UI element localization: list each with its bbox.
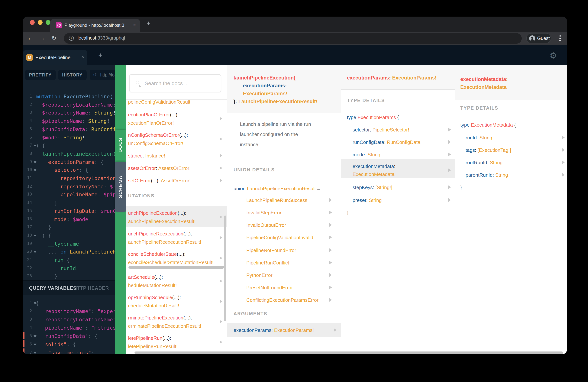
field-row[interactable]: rootRunId: String: [465, 159, 503, 167]
field-row[interactable]: executionMetadata:: [353, 162, 395, 170]
field-row[interactable]: stepKeys: [String!]: [353, 184, 392, 191]
traffic-minimize-icon[interactable]: [38, 20, 42, 25]
code-line[interactable]: 18 ) {: [23, 231, 115, 240]
field-row[interactable]: preset: String: [353, 196, 382, 204]
chevron-right-icon: [329, 248, 334, 252]
type-close-brace: }: [460, 184, 462, 191]
doc-item[interactable]: ssetsOrError: AssetsOrError!: [128, 164, 222, 172]
docs-horizontal-scrollbar[interactable]: [134, 352, 563, 354]
code-line[interactable]: 14 }: [23, 198, 115, 207]
union-member[interactable]: ConflictingExecutionParamsError: [246, 296, 318, 304]
horizontal-scrollbar[interactable]: [128, 266, 224, 269]
url-bar[interactable]: i localhost:3333/graphql: [64, 33, 522, 44]
new-tab-button[interactable]: +: [147, 20, 150, 27]
union-member[interactable]: InvalidStepError: [246, 209, 281, 217]
doc-item[interactable]: opRunningSchedule(...):cheduleMutationRe…: [128, 294, 222, 310]
code-line[interactable]: 5 $runConfigData: RunConfigData!: [23, 125, 115, 133]
field-row[interactable]: parentRunId: String: [465, 171, 508, 179]
mutation-badge: M: [26, 54, 33, 61]
field-row[interactable]: tags: [ExecutionTag!]: [465, 146, 511, 154]
code-line[interactable]: 3 "repositoryLocationName": [23, 315, 115, 324]
code-line[interactable]: 4 $pipelineName: String!: [23, 117, 115, 125]
code-line[interactable]: 1{: [23, 299, 115, 307]
selected-argument-row[interactable]: executionParams: ExecutionParams!: [227, 323, 341, 337]
union-member[interactable]: InvalidOutputError: [246, 221, 286, 229]
doc-item[interactable]: pelineConfigValidationResult!: [128, 98, 222, 106]
tab-schema[interactable]: SCHEMA: [115, 162, 126, 212]
tab-http-headers[interactable]: HTTP HEADER: [73, 286, 109, 291]
code-line[interactable]: 9 executionParams: {: [23, 158, 115, 166]
browser-tab[interactable]: Playground - http://localhost:3 ×: [50, 19, 140, 32]
code-line[interactable]: 8 launchPipelineExecution(: [23, 149, 115, 158]
history-button[interactable]: HISTORY: [58, 70, 87, 80]
code-line[interactable]: 21 run {: [23, 256, 115, 264]
code-line[interactable]: 22 runId: [23, 264, 115, 272]
doc-item[interactable]: ecutionPlanOrError(...):xecutionPlanOrEr…: [128, 111, 222, 127]
code-line[interactable]: 12 repositoryName: $repositoryName: [23, 182, 115, 191]
site-info-icon[interactable]: i: [69, 36, 74, 41]
code-line[interactable]: 7 "save_metrics": {: [23, 348, 115, 354]
vertical-scrollbar[interactable]: [224, 215, 226, 321]
code-line[interactable]: 17 }: [23, 223, 115, 231]
field-row[interactable]: runId: String: [465, 134, 492, 142]
docs-column-executionmetadata: executionMetadata:ExecutionMetadata TYPE…: [455, 65, 567, 354]
union-member[interactable]: PipelineConfigValidationInvalid: [246, 233, 313, 241]
doc-item[interactable]: unchPipelineReexecution(...):aunchPipeli…: [128, 230, 222, 246]
union-member[interactable]: LaunchPipelineRunSuccess: [246, 196, 307, 204]
code-line[interactable]: 3 $repositoryName: String!: [23, 109, 115, 117]
field-row[interactable]: ExecutionMetadata: [353, 170, 395, 178]
doc-item[interactable]: setOrError(...): AssetOrError!: [128, 177, 222, 185]
endpoint-reload-icon[interactable]: ↺: [93, 70, 97, 80]
profile-button[interactable]: Guest: [526, 33, 551, 43]
url-text[interactable]: localhost:3333/graphql: [78, 35, 125, 41]
doc-item[interactable]: letePipelineRun(...):letePipelineRunResu…: [128, 334, 222, 350]
chevron-right-icon: [329, 286, 334, 289]
playground-new-tab-button[interactable]: +: [98, 51, 103, 60]
field-row[interactable]: runConfigData: RunConfigData: [353, 138, 420, 146]
playground-tab-executepipeline[interactable]: M ExecutePipeline ×: [23, 50, 87, 65]
traffic-zoom-icon[interactable]: [45, 20, 50, 25]
code-line[interactable]: 6 "solids": {: [23, 340, 115, 348]
code-line[interactable]: 16 mode: $mode: [23, 215, 115, 223]
union-member[interactable]: PresetNotFoundError: [246, 284, 293, 292]
union-member[interactable]: PipelineNotFoundError: [246, 246, 296, 254]
endpoint-input[interactable]: ↺ http://loc: [90, 70, 115, 80]
code-line[interactable]: 4 "pipelineName": "metrics: [23, 324, 115, 332]
code-line[interactable]: 5 "runConfigData": {: [23, 332, 115, 340]
doc-item[interactable]: artSchedule(...):heduleMutationResult!: [128, 273, 222, 289]
doc-item[interactable]: concileSchedulerState(...):econcileSched…: [128, 250, 222, 266]
code-line[interactable]: 2 $repositoryLocationName:: [23, 100, 115, 109]
settings-gear-icon[interactable]: ⚙: [549, 51, 557, 60]
code-line[interactable]: 13 pipelineName: $pipelineName: [23, 191, 115, 199]
code-line[interactable]: 23 }: [23, 272, 115, 280]
chevron-right-icon: [220, 299, 224, 303]
browser-menu-icon[interactable]: [559, 34, 561, 42]
docs-search-input[interactable]: Search the docs ...: [129, 74, 221, 92]
union-member[interactable]: PythonError: [246, 271, 273, 279]
code-line[interactable]: 11 repositoryLocationName: $repositoryLo…: [23, 174, 115, 182]
tab-close-icon[interactable]: ×: [133, 22, 136, 28]
code-line[interactable]: 6 $mode: String!: [23, 133, 115, 142]
tab-docs[interactable]: DOCS: [115, 130, 126, 160]
prettify-button[interactable]: PRETTIFY: [25, 70, 56, 80]
reload-icon[interactable]: ↻: [52, 35, 56, 42]
field-row[interactable]: selector: PipelineSelector!: [353, 126, 409, 134]
back-icon[interactable]: ←: [27, 35, 33, 41]
code-line[interactable]: 10 selector: {: [23, 166, 115, 174]
code-line[interactable]: 20 ... on LaunchPipelineRunSuccess {: [23, 248, 115, 256]
code-line[interactable]: 7) {: [23, 141, 115, 149]
field-row[interactable]: mode: String: [353, 151, 380, 159]
union-member[interactable]: PipelineRunConflict: [246, 259, 289, 267]
playground-tab-close-icon[interactable]: ×: [81, 54, 84, 60]
code-line[interactable]: 19 __typename: [23, 239, 115, 248]
code-line[interactable]: 15 runConfigData: $runConfigData: [23, 207, 115, 215]
tab-query-variables[interactable]: QUERY VARIABLES: [29, 286, 77, 291]
code-line[interactable]: 2 "repositoryName": "exper: [23, 307, 115, 315]
forward-icon[interactable]: →: [40, 35, 45, 41]
doc-item[interactable]: nConfigSchemaOrError(...):unConfigSchema…: [128, 131, 222, 147]
doc-item[interactable]: stance: Instance!: [128, 152, 222, 160]
traffic-close-icon[interactable]: [30, 20, 35, 25]
doc-item[interactable]: rminatePipelineExecution(...):erminatePi…: [128, 314, 222, 330]
doc-item[interactable]: unchPipelineExecution(...):aunchPipeline…: [128, 209, 222, 225]
code-line[interactable]: 1mutation ExecutePipeline(: [23, 92, 115, 101]
